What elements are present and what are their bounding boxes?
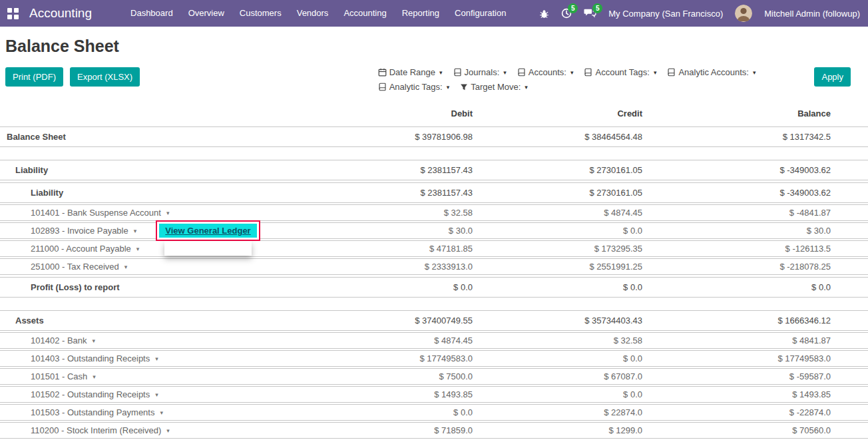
credit-cell: $ 67087.0: [473, 371, 642, 381]
debit-cell: $ 2333913.0: [303, 262, 473, 272]
filter-analytic-tags[interactable]: Analytic Tags:▾: [378, 82, 450, 92]
print-pdf-button[interactable]: Print (PDF): [5, 67, 63, 87]
filter-date-range[interactable]: Date Range▾: [378, 67, 443, 77]
filter-journals[interactable]: Journals:▾: [453, 67, 507, 77]
book-icon: [453, 68, 462, 77]
debit-cell: $ 1493.85: [303, 389, 473, 399]
report-filters: Date Range▾Journals:▾Accounts:▾Account T…: [378, 67, 756, 92]
menu-item-reporting[interactable]: Reporting: [402, 0, 439, 27]
debit-cell: $ 4874.45: [303, 335, 473, 345]
balance-cell: $ -22874.0: [642, 407, 831, 417]
chevron-down-icon: ▾: [753, 69, 756, 76]
credit-cell: $ 2730161.05: [473, 165, 642, 175]
chevron-down-icon: ▾: [654, 69, 657, 76]
page-title: Balance Sheet: [5, 37, 868, 56]
credit-cell: $ 0.0: [473, 353, 642, 363]
menu-item-accounting[interactable]: Accounting: [343, 0, 386, 27]
chevron-down-icon[interactable]: ▾: [134, 228, 137, 234]
bug-icon[interactable]: [539, 9, 549, 19]
row-label[interactable]: 211000 - Account Payable: [31, 244, 131, 254]
filter-target-move[interactable]: Target Move:▾: [460, 82, 528, 92]
menu-item-customers[interactable]: Customers: [240, 0, 282, 27]
annotation-highlight-box: View General Ledger: [156, 220, 260, 241]
app-title[interactable]: Accounting: [29, 6, 92, 21]
menu-item-dashboard[interactable]: Dashboard: [130, 0, 173, 27]
balance-cell: $ 70560.0: [642, 425, 831, 435]
credit-cell: $ 4874.45: [473, 208, 642, 218]
balance-sheet-table: Debit Credit Balance Balance Sheet $ 397…: [0, 109, 868, 439]
chevron-down-icon: ▾: [570, 69, 574, 76]
filter-line-1: Date Range▾Journals:▾Accounts:▾Account T…: [378, 67, 756, 77]
activities-clock-icon[interactable]: 5: [561, 8, 572, 19]
table-row: 101503 - Outstanding Payments ▾ $ 0.0 $ …: [0, 404, 868, 421]
top-bar: Accounting DashboardOverviewCustomersVen…: [0, 0, 868, 27]
filter-line-2: Analytic Tags:▾Target Move:▾: [378, 82, 528, 92]
row-label[interactable]: 101402 - Bank: [31, 335, 87, 345]
row-label: Liability: [31, 188, 63, 198]
menu-item-vendors[interactable]: Vendors: [297, 0, 329, 27]
chevron-down-icon[interactable]: ▾: [124, 264, 128, 270]
balance-cell: $ 4841.87: [642, 335, 831, 345]
export-xlsx-button[interactable]: Export (XLSX): [70, 67, 140, 87]
table-header-row: Debit Credit Balance: [0, 109, 868, 118]
balance-cell: $ -126113.5: [642, 244, 831, 254]
apply-button[interactable]: Apply: [814, 67, 851, 87]
filter-accounts[interactable]: Accounts:▾: [517, 67, 574, 77]
chevron-down-icon[interactable]: ▾: [166, 210, 170, 216]
credit-cell: $ 0.0: [473, 282, 642, 292]
dropdown-empty-area: [164, 241, 252, 256]
debit-cell: $ 37400749.55: [303, 316, 473, 326]
debit-cell: $ 7500.0: [303, 371, 473, 381]
chevron-down-icon[interactable]: ▾: [136, 246, 140, 252]
table-row: 101502 - Outstanding Receipts ▾ $ 1493.8…: [0, 386, 868, 403]
balance-cell: $ 0.0: [642, 282, 831, 292]
row-label: Liability: [15, 165, 48, 175]
row-label[interactable]: 102893 - Invoice Payable: [31, 226, 128, 236]
credit-cell: $ 22874.0: [473, 407, 642, 417]
menu-item-configuration[interactable]: Configuration: [455, 0, 506, 27]
company-switcher[interactable]: My Company (San Francisco): [608, 9, 723, 19]
book-icon: [584, 68, 592, 77]
credit-cell: $ 173295.35: [473, 244, 642, 254]
debit-cell: $ 2381157.43: [303, 188, 473, 198]
menu-item-overview[interactable]: Overview: [188, 0, 224, 27]
table-row: 251000 - Tax Received ▾ $ 2333913.0 $ 25…: [0, 258, 868, 275]
chevron-down-icon[interactable]: ▾: [166, 427, 170, 434]
filter-account-tags[interactable]: Account Tags:▾: [584, 67, 656, 77]
credit-cell: $ 2730161.05: [473, 188, 642, 198]
chevron-down-icon[interactable]: ▾: [155, 355, 158, 362]
debit-cell: $ 71859.0: [303, 425, 473, 435]
balance-cell: $ -218078.25: [642, 262, 831, 272]
balance-header: Balance: [642, 109, 831, 118]
book-icon: [517, 68, 526, 77]
credit-cell: $ 32.58: [473, 335, 642, 345]
chevron-down-icon: ▾: [447, 84, 450, 91]
debit-header: Debit: [303, 109, 473, 118]
chevron-down-icon[interactable]: ▾: [160, 409, 163, 416]
filter-analytic-accounts[interactable]: Analytic Accounts:▾: [667, 67, 756, 77]
row-label[interactable]: 110200 - Stock Interim (Received): [31, 425, 161, 435]
avatar[interactable]: [735, 5, 752, 22]
apps-grid-icon[interactable]: [0, 0, 25, 27]
row-label[interactable]: 101503 - Outstanding Payments: [31, 407, 154, 417]
table-row: Assets $ 37400749.55 $ 35734403.43 $ 166…: [0, 310, 868, 331]
row-label[interactable]: 101401 - Bank Suspense Account: [31, 208, 161, 218]
chevron-down-icon[interactable]: ▾: [155, 391, 158, 398]
book-icon: [667, 68, 676, 77]
menu-item-view-general-ledger[interactable]: View General Ledger: [159, 224, 257, 238]
debit-cell: $ 47181.85: [303, 244, 473, 254]
chevron-down-icon[interactable]: ▾: [93, 337, 96, 344]
row-label[interactable]: 101403 - Outstanding Receipts: [31, 353, 150, 363]
credit-cell: $ 38464564.48: [473, 132, 642, 142]
user-menu[interactable]: Mitchell Admin (followup): [764, 9, 860, 19]
row-label[interactable]: 101502 - Outstanding Receipts: [31, 389, 150, 399]
table-row: 101501 - Cash ▾ $ 7500.0 $ 67087.0 $ -59…: [0, 368, 868, 385]
debit-cell: $ 0.0: [303, 407, 473, 417]
table-body: Balance Sheet $ 39781906.98 $ 38464564.4…: [0, 126, 868, 439]
chevron-down-icon: ▾: [503, 69, 507, 76]
table-row: 101402 - Bank ▾ $ 4874.45 $ 32.58 $ 4841…: [0, 332, 868, 349]
row-label[interactable]: 251000 - Tax Received: [31, 262, 119, 272]
messages-icon[interactable]: 5: [584, 8, 596, 19]
chevron-down-icon[interactable]: ▾: [93, 373, 96, 380]
row-label[interactable]: 101501 - Cash: [31, 371, 87, 381]
